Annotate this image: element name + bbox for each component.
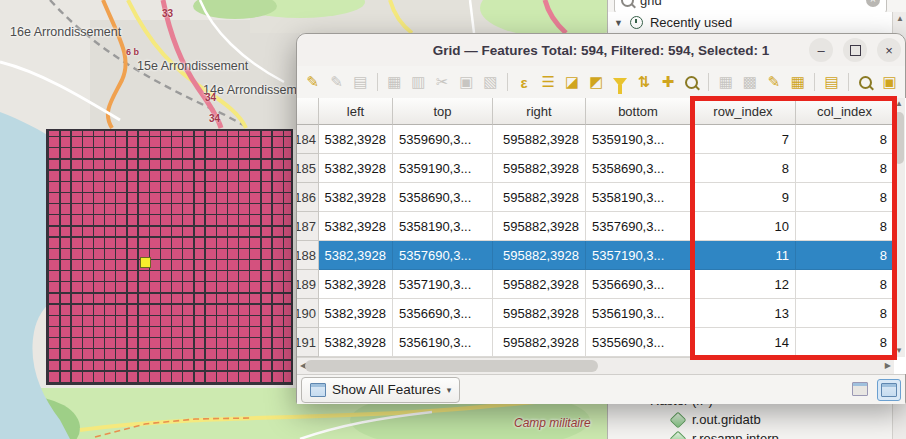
scroll-up-icon[interactable]: ▲	[895, 98, 903, 110]
paste-features-button[interactable]: ▧	[480, 71, 501, 93]
cell-bottom[interactable]: 5359190,3...	[586, 125, 691, 154]
move-selection-to-top-button[interactable]: ⇅	[634, 71, 655, 93]
cell-bottom[interactable]: 5358190,3...	[586, 183, 691, 212]
conditional-formatting-button[interactable]: ✎	[763, 71, 784, 93]
maximize-button[interactable]	[843, 38, 867, 62]
cell-row-index[interactable]: 11	[691, 241, 796, 270]
cell-bottom[interactable]: 5357690,3...	[586, 212, 691, 241]
header-row-index[interactable]: row_index	[691, 98, 796, 125]
table-view-button[interactable]	[877, 379, 901, 401]
zoom-to-selection-button[interactable]	[681, 71, 702, 93]
row-number[interactable]: 186	[297, 183, 319, 212]
cell-top[interactable]: 5359690,3...	[393, 125, 493, 154]
cell-right[interactable]: 595882,3928	[493, 270, 586, 299]
cell-col-index[interactable]: 8	[796, 125, 894, 154]
cell-row-index[interactable]: 10	[691, 212, 796, 241]
field-calculator-button[interactable]: ▦	[787, 71, 808, 93]
row-number[interactable]: 190	[297, 299, 319, 328]
feature-filter-button[interactable]: Show All Features ▾	[301, 377, 460, 403]
cell-col-index[interactable]: 8	[796, 270, 894, 299]
cell-bottom[interactable]: 5358690,3...	[586, 154, 691, 183]
cell-bottom[interactable]: 5355690,3...	[586, 328, 691, 357]
scrollbar-thumb[interactable]	[305, 360, 598, 372]
table-row[interactable]: 1915382,39285356190,3...595882,392853556…	[297, 328, 906, 357]
form-view-button[interactable]	[849, 379, 871, 399]
table-row[interactable]: 1895382,39285357190,3...595882,392853566…	[297, 270, 906, 299]
header-right[interactable]: right	[493, 98, 586, 125]
cell-left[interactable]: 5382,3928	[319, 154, 393, 183]
header-top[interactable]: top	[393, 98, 493, 125]
actions-button[interactable]	[855, 71, 876, 93]
tree-item-r-out-gridatb[interactable]: r.out.gridatb	[608, 410, 893, 429]
cell-top[interactable]: 5357690,3...	[393, 241, 493, 270]
cell-row-index[interactable]: 13	[691, 299, 796, 328]
table-row[interactable]: 1875382,39285358190,3...595882,392853576…	[297, 212, 906, 241]
delete-field-button[interactable]: ▩	[739, 71, 760, 93]
header-corner[interactable]	[297, 98, 319, 125]
scroll-up-icon[interactable]: ▲	[893, 12, 906, 26]
cell-top[interactable]: 5357190,3...	[393, 270, 493, 299]
cell-col-index[interactable]: 8	[796, 328, 894, 357]
cell-left[interactable]: 5382,3928	[319, 328, 393, 357]
table-row[interactable]: 1905382,39285356690,3...595882,392853561…	[297, 299, 906, 328]
cell-right[interactable]: 595882,3928	[493, 299, 586, 328]
filter-features-button[interactable]	[610, 71, 631, 93]
toggle-multiedit-button[interactable]: ✎	[326, 71, 347, 93]
cell-left[interactable]: 5382,3928	[319, 125, 393, 154]
cell-left[interactable]: 5382,3928	[319, 241, 393, 270]
scrollbar-thumb[interactable]	[894, 112, 904, 164]
header-col-index[interactable]: col_index	[796, 98, 894, 125]
new-field-button[interactable]: ▦	[715, 71, 736, 93]
cell-top[interactable]: 5356190,3...	[393, 328, 493, 357]
vertical-scrollbar[interactable]: ▲ ▼	[892, 98, 905, 357]
cell-right[interactable]: 595882,3928	[493, 183, 586, 212]
cell-left[interactable]: 5382,3928	[319, 270, 393, 299]
cell-bottom[interactable]: 5356690,3...	[586, 270, 691, 299]
row-number[interactable]: 184	[297, 125, 319, 154]
cell-bottom[interactable]: 5356190,3...	[586, 299, 691, 328]
toggle-editing-button[interactable]: ✎	[302, 71, 323, 93]
cell-col-index[interactable]: 8	[796, 212, 894, 241]
toolbox-group-recently-used[interactable]: ▼ Recently used	[608, 12, 893, 34]
add-feature-button[interactable]: ▦	[384, 71, 405, 93]
tree-item-r-resamp-interp[interactable]: r.resamp.interp	[608, 429, 893, 439]
cell-right[interactable]: 595882,3928	[493, 154, 586, 183]
cell-col-index[interactable]: 8	[796, 241, 894, 270]
row-number[interactable]: 185	[297, 154, 319, 183]
cell-top[interactable]: 5358690,3...	[393, 183, 493, 212]
cell-row-index[interactable]: 9	[691, 183, 796, 212]
close-button[interactable]: ×	[877, 38, 901, 62]
cell-top[interactable]: 5359190,3...	[393, 154, 493, 183]
delete-selected-button[interactable]: ▥	[408, 71, 429, 93]
clear-search-icon[interactable]: ×	[866, 0, 880, 7]
save-edits-button[interactable]: ▤	[350, 71, 371, 93]
cell-row-index[interactable]: 14	[691, 328, 796, 357]
table-row[interactable]: 1885382,39285357690,3...595882,392853571…	[297, 241, 906, 270]
cut-features-button[interactable]: ✂	[432, 71, 453, 93]
cell-right[interactable]: 595882,3928	[493, 328, 586, 357]
invert-selection-button[interactable]: ◪	[562, 71, 583, 93]
header-left[interactable]: left	[319, 98, 393, 125]
row-number[interactable]: 191	[297, 328, 319, 357]
scroll-down-icon[interactable]: ▼	[895, 345, 903, 357]
table-row[interactable]: 1845382,39285359690,3...595882,392853591…	[297, 125, 906, 154]
pan-to-selection-button[interactable]: ✚	[657, 71, 678, 93]
dock-attribute-table-button[interactable]: ▣	[879, 71, 900, 93]
cell-right[interactable]: 595882,3928	[493, 212, 586, 241]
table-row[interactable]: 1865382,39285358690,3...595882,392853581…	[297, 183, 906, 212]
minimize-button[interactable]: –	[809, 38, 833, 62]
cell-right[interactable]: 595882,3928	[493, 241, 586, 270]
table-row[interactable]: 1855382,39285359190,3...595882,392853586…	[297, 154, 906, 183]
scroll-right-icon[interactable]: ▶	[885, 360, 891, 372]
cell-row-index[interactable]: 7	[691, 125, 796, 154]
copy-features-button[interactable]: ▣	[456, 71, 477, 93]
cell-bottom[interactable]: 5357190,3...	[586, 241, 691, 270]
row-number[interactable]: 188	[297, 241, 319, 270]
window-titlebar[interactable]: Grid — Features Total: 594, Filtered: 59…	[297, 34, 905, 67]
cell-top[interactable]: 5358190,3...	[393, 212, 493, 241]
organize-columns-button[interactable]: ▤	[821, 71, 842, 93]
select-by-expression-button[interactable]: ε	[514, 71, 535, 93]
cell-col-index[interactable]: 8	[796, 183, 894, 212]
deselect-all-button[interactable]: ◩	[586, 71, 607, 93]
cell-left[interactable]: 5382,3928	[319, 299, 393, 328]
